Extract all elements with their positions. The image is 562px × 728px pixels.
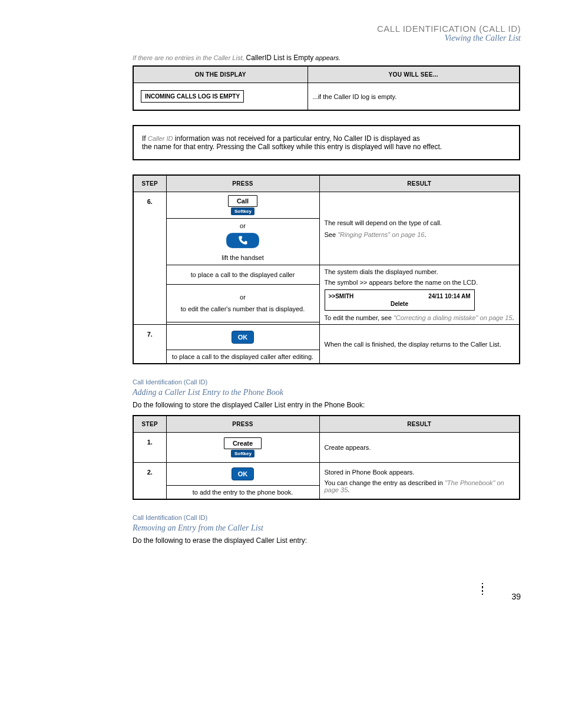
- step-6: 6.: [133, 192, 166, 325]
- step-7: 7.: [133, 325, 166, 364]
- ok-button[interactable]: OK: [232, 331, 254, 344]
- page-number: 39: [511, 592, 521, 601]
- col-result-2: Result: [319, 416, 520, 433]
- col-result: Result: [319, 175, 520, 192]
- link-ringing-patterns[interactable]: "Ringing Patterns" on page 16: [338, 231, 424, 238]
- empty-log-table: ON THE DISPLAY YOU WILL SEE... INCOMING …: [133, 65, 520, 111]
- create-softkey[interactable]: Create Softkey: [224, 437, 262, 457]
- edit-number-text: to edit the caller's number that is disp…: [170, 305, 316, 312]
- page-subtitle: Viewing the Caller List: [41, 34, 521, 43]
- page-footer: ⋮⋮ 39: [41, 586, 521, 627]
- lcd-empty-log: INCOMING CALLS LOG IS EMPTY: [141, 90, 244, 103]
- phone-icon: [236, 235, 249, 246]
- lift-handset-text: lift the handset: [170, 254, 316, 261]
- heading-add-phonebook: Adding a Caller List Entry to the Phone …: [133, 388, 521, 397]
- footer-dots-icon: ⋮⋮: [477, 586, 488, 592]
- dials-number-text: The system dials the displayed number.: [325, 268, 515, 275]
- page-title: CALL IDENTIFICATION (CALL ID): [41, 24, 521, 34]
- add-entry-text: to add the entry to the phone book.: [166, 486, 319, 500]
- step-2: 2.: [133, 463, 166, 500]
- info-box: If Caller ID information was not receive…: [133, 125, 520, 160]
- steps-table-create: Step Press Result 1. Create Softkey Crea…: [133, 415, 520, 500]
- ok-button-2[interactable]: OK: [232, 467, 254, 480]
- heading-remove-entry: Removing an Entry from the Caller List: [133, 523, 521, 533]
- col-step: Step: [133, 175, 166, 192]
- breadcrumb-2: Call Identification (Call ID): [133, 378, 521, 386]
- call-after-edit-text: to place a call to the displayed caller …: [166, 350, 319, 364]
- lcd-display: >>SMITH24/11 10:14 AM Delete: [325, 289, 475, 311]
- call-softkey[interactable]: Call Softkey: [228, 195, 257, 215]
- res-after-edit: When the call is finished, the display r…: [319, 325, 520, 364]
- call-note: to place a call to the displayed caller: [166, 265, 319, 285]
- res-call-type: The result will depend on the type of ca…: [325, 219, 515, 226]
- empty-log-result: ...if the Caller ID log is empty.: [308, 83, 520, 111]
- offhook-button[interactable]: [226, 233, 259, 248]
- or-text-2: or: [170, 294, 316, 301]
- intro-add-phonebook: Do the following to store the displayed …: [133, 401, 521, 409]
- empty-list-note: If there are no entries in the Caller Li…: [133, 54, 521, 62]
- link-correct-dialing[interactable]: "Correcting a dialing mistake" on page 1…: [392, 314, 513, 321]
- or-text: or: [170, 222, 316, 229]
- breadcrumb-3: Call Identification (Call ID): [133, 514, 521, 521]
- col-step-2: Step: [133, 416, 166, 433]
- steps-table-call: Step Press Result 6. Call Softkey The re…: [133, 174, 520, 364]
- step-1: 1.: [133, 433, 166, 463]
- col-header-see: YOU WILL SEE...: [308, 66, 520, 83]
- col-press-2: Press: [166, 416, 319, 433]
- col-press: Press: [166, 175, 319, 192]
- col-header-display: ON THE DISPLAY: [133, 66, 308, 83]
- intro-remove-entry: Do the following to erase the displayed …: [133, 536, 521, 545]
